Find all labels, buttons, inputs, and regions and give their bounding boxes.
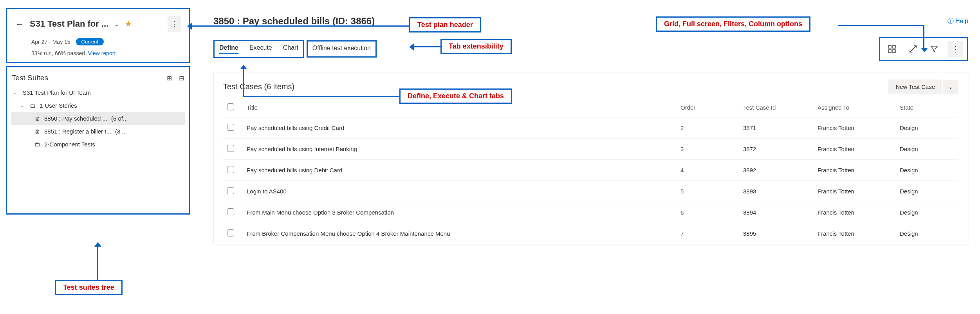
cell-id: 3895 xyxy=(739,223,814,244)
plan-title: S31 Test Plan for ... xyxy=(30,19,108,29)
cell-assigned: Francis Totten xyxy=(814,139,896,160)
row-checkbox[interactable] xyxy=(227,187,234,194)
chevron-down-icon[interactable]: ⌄ xyxy=(20,103,26,108)
tree-root[interactable]: ⌄ S31 Test Plan for UI Team xyxy=(11,86,185,99)
cell-state: Design xyxy=(896,139,958,160)
cell-assigned: Francis Totten xyxy=(814,160,896,181)
row-checkbox[interactable] xyxy=(227,208,234,215)
callout-test-plan-header: Test plan header xyxy=(409,17,481,32)
test-cases-table: Title Order Test Case Id Assigned To Sta… xyxy=(223,98,958,244)
cell-state: Design xyxy=(896,117,958,139)
requirement-suite-icon: 🗎 xyxy=(34,115,40,122)
cell-id: 3894 xyxy=(739,202,814,223)
cell-assigned: Francis Totten xyxy=(814,223,896,244)
help-link[interactable]: ⓘ Help xyxy=(948,17,968,25)
table-row[interactable]: Pay scheduled bills using Internet Banki… xyxy=(223,139,958,160)
cell-state: Design xyxy=(896,202,958,223)
collapse-suite-icon[interactable]: ⊟ xyxy=(179,74,184,82)
cell-assigned: Francis Totten xyxy=(814,202,896,223)
test-plan-header: ← S31 Test Plan for ... ⌄ ★ ⋮ Apr 27 - M… xyxy=(6,8,190,63)
view-report-link[interactable]: View report xyxy=(88,50,116,56)
tabs-main-group: Define Execute Chart xyxy=(213,40,304,58)
tree-leaf-3851[interactable]: 🗎 3851 : Register a biller t... (3 ... xyxy=(11,125,185,138)
table-row[interactable]: Pay scheduled bills using Credit Card238… xyxy=(223,117,958,139)
cell-id: 3872 xyxy=(739,139,814,160)
tree-leaf-3850[interactable]: 🗎 3850 : Pay scheduled ... (6 of... xyxy=(11,112,185,125)
cell-state: Design xyxy=(896,223,958,244)
cell-state: Design xyxy=(896,181,958,202)
cell-order: 6 xyxy=(677,202,739,223)
chevron-down-icon[interactable]: ⌄ xyxy=(13,90,19,96)
page-title: 3850 : Pay scheduled bills (ID: 3866) xyxy=(213,16,375,27)
cell-title: Login to AS400 xyxy=(243,181,677,202)
cell-id: 3893 xyxy=(739,181,814,202)
folder-icon: 🗀 xyxy=(34,141,40,148)
current-badge: Current xyxy=(76,38,104,45)
plan-stats: 33% run, 66% passed. xyxy=(31,50,87,56)
cell-title: From Main Menu choose Option 3 Broker Co… xyxy=(243,202,677,223)
view-toolbar: ⋮ xyxy=(879,37,968,61)
svg-rect-1 xyxy=(893,45,895,48)
tab-execute[interactable]: Execute xyxy=(249,44,272,54)
grid-view-icon[interactable] xyxy=(884,41,900,57)
plan-date-range: Apr 27 - May 15 xyxy=(31,39,70,45)
col-id[interactable]: Test Case Id xyxy=(739,98,814,117)
cell-order: 5 xyxy=(677,181,739,202)
test-cases-title: Test Cases (6 items) xyxy=(223,82,294,91)
chevron-down-icon[interactable]: ⌄ xyxy=(114,20,119,28)
column-options-button[interactable]: ⋮ xyxy=(948,41,963,57)
table-row[interactable]: Pay scheduled bills using Debit Card4389… xyxy=(223,160,958,181)
table-row[interactable]: From Broker Compensation Menu choose Opt… xyxy=(223,223,958,244)
new-test-case-button[interactable]: New Test Case xyxy=(888,79,942,94)
row-checkbox[interactable] xyxy=(227,166,234,173)
back-arrow-icon[interactable]: ← xyxy=(15,19,24,29)
cell-title: Pay scheduled bills using Debit Card xyxy=(243,160,677,181)
more-actions-button[interactable]: ⋮ xyxy=(168,16,181,32)
requirement-suite-icon: 🗎 xyxy=(34,128,40,135)
tab-chart[interactable]: Chart xyxy=(283,44,298,54)
test-cases-card: Test Cases (6 items) New Test Case ⌄ Tit… xyxy=(213,72,968,244)
new-test-case-dropdown[interactable]: ⌄ xyxy=(943,80,958,94)
fullscreen-icon[interactable] xyxy=(905,41,921,57)
table-row[interactable]: Login to AS40053893Francis TottenDesign xyxy=(223,181,958,202)
row-checkbox[interactable] xyxy=(227,229,234,236)
cell-state: Design xyxy=(896,160,958,181)
col-order[interactable]: Order xyxy=(677,98,739,117)
tab-define[interactable]: Define xyxy=(219,44,238,54)
tab-offline[interactable]: Offline test execution xyxy=(312,45,371,53)
callout-test-suites-tree: Test suites tree xyxy=(55,280,123,295)
cell-order: 2 xyxy=(677,117,739,139)
cell-title: From Broker Compensation Menu choose Opt… xyxy=(243,223,677,244)
cell-id: 3871 xyxy=(739,117,814,139)
tabs-ext-group: Offline test execution xyxy=(307,40,377,58)
help-icon: ⓘ xyxy=(948,17,954,25)
tree-node-user-stories[interactable]: ⌄ 🗀 1-User Stories xyxy=(11,99,185,112)
test-suites-panel: Test Suites ⊞ ⊟ ⌄ S31 Test Plan for UI T… xyxy=(6,66,190,215)
col-assigned[interactable]: Assigned To xyxy=(814,98,896,117)
cell-title: Pay scheduled bills using Credit Card xyxy=(243,117,677,139)
folder-icon: 🗀 xyxy=(30,102,36,109)
row-checkbox[interactable] xyxy=(227,145,234,152)
svg-rect-0 xyxy=(888,45,891,48)
select-all-checkbox[interactable] xyxy=(227,103,234,110)
cell-order: 3 xyxy=(677,139,739,160)
col-state[interactable]: State xyxy=(896,98,958,117)
table-row[interactable]: From Main Menu choose Option 3 Broker Co… xyxy=(223,202,958,223)
test-suites-heading: Test Suites xyxy=(12,74,48,82)
row-checkbox[interactable] xyxy=(227,124,234,131)
callout-toolbar: Grid, Full screen, Filters, Column optio… xyxy=(656,16,810,32)
tree-node-component-tests[interactable]: 🗀 2-Component Tests xyxy=(11,138,185,151)
add-suite-icon[interactable]: ⊞ xyxy=(167,74,172,82)
star-icon[interactable]: ★ xyxy=(125,19,132,29)
svg-rect-3 xyxy=(893,50,895,52)
cell-assigned: Francis Totten xyxy=(814,117,896,139)
cell-id: 3892 xyxy=(739,160,814,181)
cell-title: Pay scheduled bills using Internet Banki… xyxy=(243,139,677,160)
svg-rect-2 xyxy=(888,50,891,52)
filter-icon[interactable] xyxy=(926,41,942,57)
cell-order: 4 xyxy=(677,160,739,181)
cell-assigned: Francis Totten xyxy=(814,181,896,202)
callout-tabs-main: Define, Execute & Chart tabs xyxy=(399,88,512,104)
callout-tab-extensibility: Tab extensibility xyxy=(440,39,512,54)
cell-order: 7 xyxy=(677,223,739,244)
